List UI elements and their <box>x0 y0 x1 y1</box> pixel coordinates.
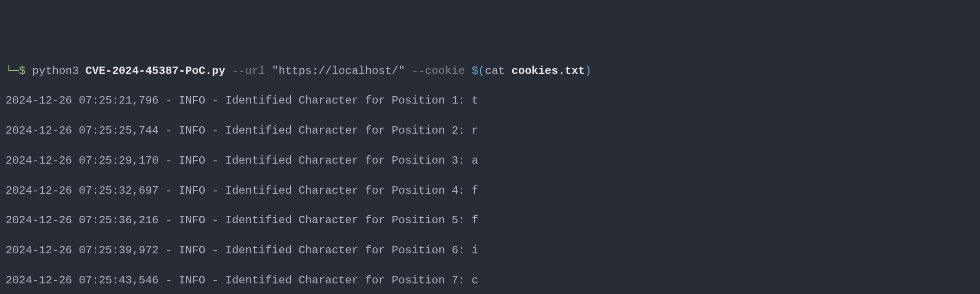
log-line: 2024-12-26 07:25:29,170 - INFO - Identif… <box>6 153 974 168</box>
prompt-symbol: └─$ <box>6 64 32 79</box>
log-line: 2024-12-26 07:25:39,972 - INFO - Identif… <box>6 243 974 258</box>
command-cat: cat <box>485 64 512 79</box>
script-name: CVE-2024-45387-PoC.py <box>86 64 225 79</box>
flag-url: --url <box>225 64 272 79</box>
url-value: "https://localhost/" <box>272 64 405 79</box>
flag-cookie: --cookie <box>405 64 472 79</box>
log-line: 2024-12-26 07:25:21,796 - INFO - Identif… <box>6 93 974 108</box>
log-line: 2024-12-26 07:25:32,697 - INFO - Identif… <box>6 184 974 198</box>
cookie-file: cookies.txt <box>512 64 585 79</box>
subst-open: $( <box>472 64 485 79</box>
subst-close: ) <box>585 64 591 79</box>
prompt-line: └─$ python3 CVE-2024-45387-PoC.py --url … <box>6 64 974 79</box>
command-python: python3 <box>32 64 86 79</box>
log-line: 2024-12-26 07:25:36,216 - INFO - Identif… <box>6 213 974 228</box>
log-line: 2024-12-26 07:25:25,744 - INFO - Identif… <box>6 123 974 138</box>
log-line: 2024-12-26 07:25:43,546 - INFO - Identif… <box>6 273 974 288</box>
